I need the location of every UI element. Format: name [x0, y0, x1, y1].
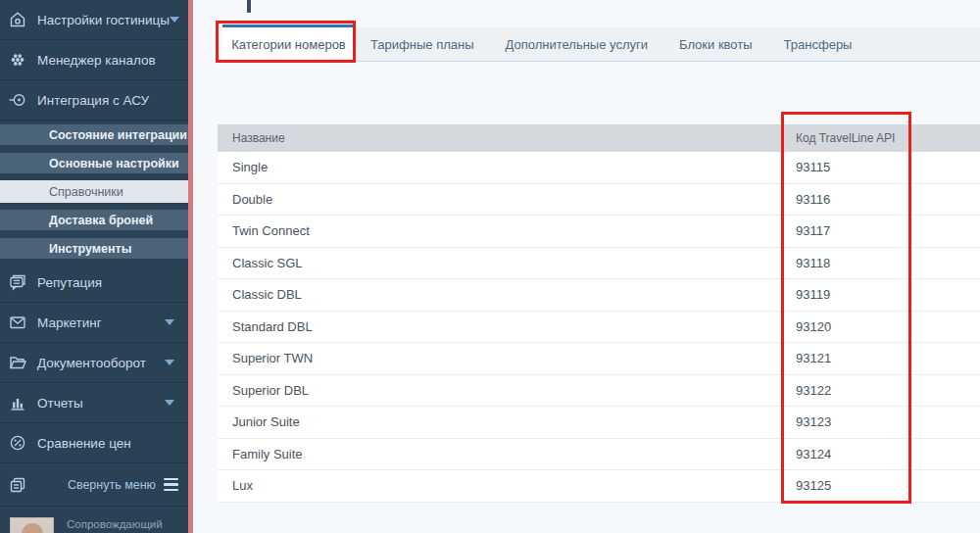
sidebar-subitem-main-settings[interactable]: Основные настройки	[0, 149, 188, 177]
table-row: Classic DBL 93119	[218, 279, 980, 312]
room-name-cell: Single	[218, 160, 781, 174]
tab-bar: Категории номеров Тарифные планы Дополни…	[222, 24, 980, 62]
code-cell: 93115	[781, 160, 980, 174]
tab-quota-blocks[interactable]: Блоки квоты	[663, 27, 768, 62]
reputation-icon	[8, 272, 27, 292]
main-content: Категории номеров Тарифные планы Дополни…	[193, 0, 980, 533]
windows-copy-icon	[8, 475, 27, 495]
code-cell: 93116	[781, 192, 980, 207]
user-area: Сопровождающий	[0, 507, 188, 533]
user-role-label: Сопровождающий	[67, 518, 163, 530]
collapse-menu-label: Свернуть меню	[68, 478, 156, 492]
sidebar-subitem-booking-delivery[interactable]: Доставка броней	[0, 206, 188, 234]
table-row: Standard DBL 93120	[218, 312, 980, 344]
table-row: Double 93116	[218, 184, 980, 217]
table-header-row: Название Код TravelLine API	[218, 124, 980, 152]
folder-icon	[8, 353, 27, 372]
screen: Настройки гостиницы Менеджер каналов	[0, 0, 980, 533]
table-row: Superior DBL 93122	[218, 375, 980, 408]
sidebar-subitem-directories[interactable]: Справочники	[0, 177, 188, 206]
sidebar-item-label: Настройки гостиницы	[37, 13, 170, 27]
room-name-cell: Standard DBL	[218, 319, 781, 334]
sidebar-item-label: Маркетинг	[37, 315, 102, 330]
code-cell: 93121	[781, 351, 980, 365]
room-categories-table: Название Код TravelLine API Single 93115…	[218, 124, 980, 503]
sidebar-item-channel-manager[interactable]: Менеджер каналов	[0, 40, 188, 80]
room-name-cell: Double	[218, 192, 781, 207]
sidebar-item-documents[interactable]: Документооборот	[0, 343, 188, 383]
code-cell: 93118	[781, 256, 980, 270]
sidebar-item-marketing[interactable]: Маркетинг	[0, 303, 188, 343]
table-row: Lux 93125	[218, 470, 980, 503]
code-cell: 93122	[781, 383, 980, 398]
sidebar-item-label: Сравнение цен	[37, 436, 131, 451]
sidebar-item-label: Документооборот	[37, 356, 146, 370]
column-header-travelline-api-code: Код TravelLine API	[781, 131, 980, 145]
room-name-cell: Junior Suite	[218, 414, 781, 429]
sidebar-subitem-tools[interactable]: Инструменты	[0, 234, 188, 263]
sidebar-item-reputation[interactable]: Репутация	[0, 263, 188, 303]
home-icon	[8, 10, 27, 29]
table-row: Superior TWN 93121	[218, 343, 980, 375]
chevron-down-icon	[170, 17, 179, 23]
room-name-cell: Superior DBL	[218, 383, 781, 398]
sidebar-item-pms-integration[interactable]: Интеграция с АСУ	[0, 80, 188, 121]
tab-additional-services[interactable]: Дополнительные услуги	[490, 27, 663, 62]
price-compare-icon	[8, 433, 27, 453]
hamburger-icon	[164, 478, 178, 491]
chevron-down-icon	[165, 360, 174, 365]
envelope-icon	[8, 313, 27, 332]
room-name-cell: Classic SGL	[218, 256, 781, 270]
room-name-cell: Classic DBL	[218, 287, 781, 302]
room-name-cell: Family Suite	[218, 447, 781, 461]
bar-chart-icon	[8, 393, 27, 412]
sidebar-submenu: Состояние интеграции Основные настройки …	[0, 121, 188, 263]
table-row: Junior Suite 93123	[218, 407, 980, 439]
sidebar-item-label: Репутация	[37, 275, 102, 290]
table-row: Twin Connect 93117	[218, 216, 980, 248]
code-cell: 93123	[781, 414, 980, 429]
sidebar-item-label: Интеграция с АСУ	[37, 93, 149, 108]
chevron-down-icon	[165, 400, 174, 406]
sidebar: Настройки гостиницы Менеджер каналов	[0, 0, 188, 533]
tab-rate-plans[interactable]: Тарифные планы	[355, 27, 490, 62]
room-name-cell: Twin Connect	[218, 223, 781, 238]
code-cell: 93120	[781, 319, 980, 334]
sidebar-subitem-integration-status[interactable]: Состояние интеграции	[0, 121, 188, 149]
code-cell: 93125	[781, 478, 980, 493]
sidebar-item-label: Отчеты	[37, 396, 83, 411]
room-name-cell: Lux	[218, 478, 781, 493]
page-title-remnant	[247, 0, 251, 13]
code-cell: 93119	[781, 287, 980, 302]
column-header-name: Название	[218, 131, 781, 145]
sidebar-item-price-comparison[interactable]: Сравнение цен	[0, 423, 188, 463]
room-name-cell: Superior TWN	[218, 351, 781, 365]
table-row: Classic SGL 93118	[218, 248, 980, 280]
tab-room-categories[interactable]: Категории номеров	[222, 24, 355, 62]
tab-transfers[interactable]: Трансферы	[768, 27, 868, 62]
avatar[interactable]	[10, 517, 54, 533]
integration-icon	[8, 90, 27, 110]
channels-icon	[8, 50, 27, 70]
chevron-down-icon	[165, 319, 174, 325]
sidebar-item-label: Менеджер каналов	[37, 53, 156, 68]
sidebar-item-reports[interactable]: Отчеты	[0, 383, 188, 423]
collapse-menu-button[interactable]: Свернуть меню	[0, 463, 188, 507]
table-row: Family Suite 93124	[218, 439, 980, 471]
code-cell: 93124	[781, 447, 980, 461]
table-row: Single 93115	[218, 152, 980, 184]
sidebar-item-hotel-settings[interactable]: Настройки гостиницы	[0, 0, 188, 40]
code-cell: 93117	[781, 223, 980, 238]
